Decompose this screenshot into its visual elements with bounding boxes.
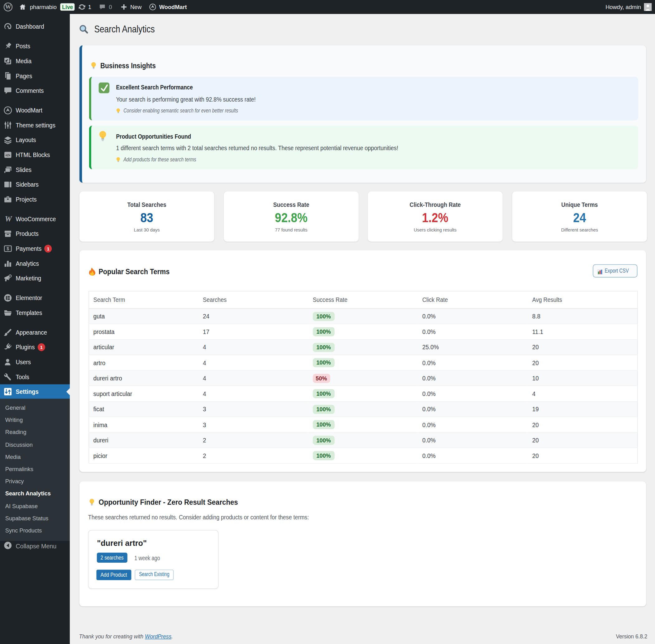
- svg-text:$: $: [6, 246, 9, 251]
- svg-text:W: W: [5, 215, 12, 223]
- svg-text:W: W: [5, 3, 11, 10]
- svg-text:</>: </>: [6, 153, 10, 157]
